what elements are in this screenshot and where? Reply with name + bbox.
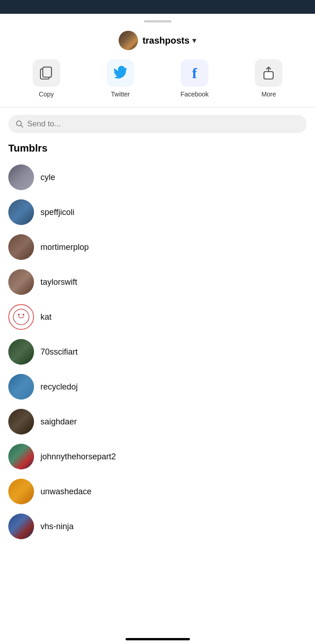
list-item[interactable]: vhs-ninja — [0, 509, 315, 544]
tumblr-avatar — [8, 234, 34, 260]
svg-line-5 — [21, 125, 23, 127]
twitter-icon-wrap — [107, 59, 134, 87]
twitter-label: Twitter — [111, 90, 130, 98]
svg-point-8 — [23, 314, 24, 316]
tumblr-name: mortimerplop — [40, 243, 89, 252]
tumblr-name: johnnythehorsepart2 — [40, 452, 116, 462]
tumblr-name: saighdaer — [40, 417, 77, 427]
username: trashposts — [143, 35, 189, 46]
tumblr-avatar — [8, 479, 34, 504]
list-item[interactable]: kat — [0, 299, 315, 334]
search-input[interactable] — [27, 119, 299, 129]
tumblr-list: cylespeffjicolimortimerploptaylorswift k… — [0, 160, 315, 544]
twitter-share-button[interactable]: Twitter — [102, 59, 139, 98]
copy-icon-wrap — [33, 59, 60, 87]
divider — [0, 107, 315, 107]
more-label: More — [261, 90, 276, 98]
handle-bar — [144, 20, 172, 23]
facebook-icon: f — [192, 65, 197, 82]
tumblr-name: vhs-ninja — [40, 522, 74, 531]
copy-share-button[interactable]: Copy — [28, 59, 65, 98]
svg-point-6 — [13, 309, 29, 325]
list-item[interactable]: taylorswift — [0, 265, 315, 299]
tumblr-name: speffjicoli — [40, 208, 74, 217]
avatar — [119, 31, 138, 50]
facebook-share-button[interactable]: f Facebook — [176, 59, 213, 98]
list-item[interactable]: unwashedace — [0, 474, 315, 509]
more-icon — [262, 66, 275, 80]
share-actions: Copy Twitter f Facebook More — [0, 59, 315, 107]
svg-rect-2 — [264, 72, 273, 79]
more-icon-wrap — [255, 59, 282, 87]
list-item[interactable]: speffjicoli — [0, 195, 315, 230]
list-item[interactable]: cyle — [0, 160, 315, 195]
sheet-header: trashposts ▾ — [0, 27, 315, 59]
search-icon — [16, 120, 23, 128]
tumblr-avatar — [8, 304, 34, 330]
tumblr-avatar — [8, 339, 34, 365]
tumblr-avatar — [8, 199, 34, 225]
svg-rect-1 — [43, 67, 52, 77]
tumblr-name: kat — [40, 312, 52, 322]
tumblr-name: unwashedace — [40, 487, 92, 497]
tumblr-name: cyle — [40, 173, 55, 182]
tumblr-avatar — [8, 374, 34, 400]
facebook-label: Facebook — [180, 90, 208, 98]
list-item[interactable]: mortimerplop — [0, 230, 315, 265]
list-item[interactable]: recycledoj — [0, 369, 315, 404]
copy-label: Copy — [39, 90, 54, 98]
status-bar — [0, 0, 315, 14]
twitter-icon — [113, 66, 128, 80]
copy-icon — [40, 66, 53, 80]
username-row[interactable]: trashposts ▾ — [143, 35, 196, 46]
home-indicator — [126, 638, 190, 640]
tumblr-name: recycledoj — [40, 382, 78, 392]
list-item[interactable]: johnnythehorsepart2 — [0, 439, 315, 474]
avatar-image — [119, 31, 138, 50]
list-item[interactable]: saighdaer — [0, 404, 315, 439]
tumblr-avatar — [8, 164, 34, 190]
tumblr-name: taylorswift — [40, 277, 77, 287]
chevron-down-icon: ▾ — [192, 35, 196, 45]
tumblr-avatar — [8, 514, 34, 539]
search-bar[interactable] — [8, 115, 307, 133]
tumblr-name: 70sscifiart — [40, 347, 78, 357]
search-container — [0, 115, 315, 142]
facebook-icon-wrap: f — [181, 59, 208, 87]
list-item[interactable]: 70sscifiart — [0, 334, 315, 369]
tumblr-avatar — [8, 409, 34, 435]
tumblr-avatar — [8, 444, 34, 469]
tumblr-avatar — [8, 269, 34, 295]
svg-point-7 — [18, 314, 20, 316]
sheet-handle — [0, 14, 315, 27]
section-title: Tumblrs — [0, 142, 315, 160]
more-share-button[interactable]: More — [250, 59, 287, 98]
